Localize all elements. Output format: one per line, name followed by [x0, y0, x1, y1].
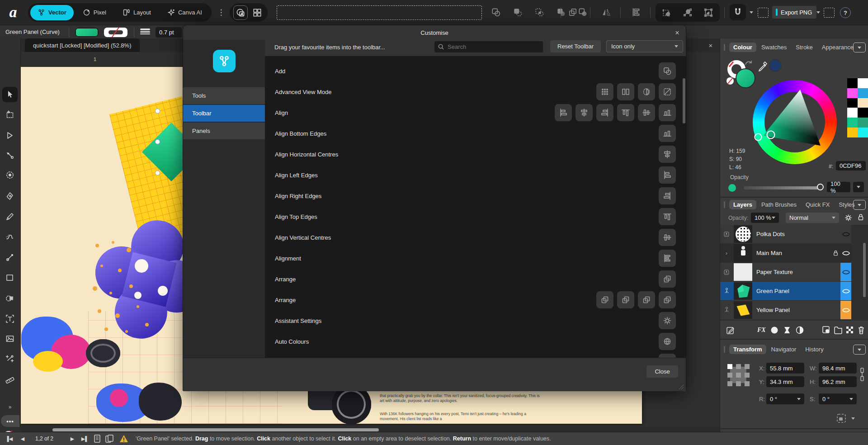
tab-colour[interactable]: Colour: [729, 43, 756, 52]
clip-to-canvas-icon[interactable]: [638, 83, 655, 100]
move-to-back-icon[interactable]: [596, 291, 613, 308]
first-page-button[interactable]: ▐◀: [5, 435, 14, 443]
align-centre-horizontal-icon[interactable]: [576, 104, 593, 121]
alignment-icon[interactable]: [629, 5, 643, 19]
swatch[interactable]: [847, 128, 858, 137]
artboard-tool[interactable]: [2, 107, 18, 123]
swatch[interactable]: [858, 118, 868, 128]
edit-all-layers-icon[interactable]: [726, 325, 736, 335]
swatch[interactable]: [847, 108, 858, 118]
align-top-icon[interactable]: [617, 104, 634, 121]
opacity-slider[interactable]: [744, 186, 821, 189]
export-png-button[interactable]: Export PNG: [772, 6, 816, 19]
align-bottom-icon[interactable]: [659, 125, 676, 142]
align-left-icon[interactable]: [659, 166, 676, 184]
enable-transform-origin-icon[interactable]: [702, 6, 715, 19]
snapping-button[interactable]: [730, 4, 746, 20]
tab-path-brushes[interactable]: Path Brushes: [757, 200, 801, 209]
expand-layer-icon[interactable]: ›: [720, 244, 733, 262]
new-pixel-layer-icon[interactable]: [821, 325, 831, 335]
stroke-style-icon[interactable]: [140, 28, 150, 36]
shape-builder-tool[interactable]: [2, 291, 18, 306]
arrange-icon[interactable]: [659, 270, 676, 288]
layer-thumbnail[interactable]: [734, 225, 752, 243]
swatch[interactable]: [847, 78, 858, 88]
mirror-icon[interactable]: [599, 5, 613, 19]
new-group-icon[interactable]: [833, 325, 843, 335]
cropped-icon[interactable]: [659, 354, 676, 358]
no-colour-well[interactable]: [726, 77, 734, 85]
dialog-scrollbar[interactable]: [683, 78, 685, 123]
h-scrollbar-thumb[interactable]: [52, 428, 379, 431]
live-filter-icon[interactable]: [795, 326, 804, 335]
contour-tool[interactable]: [2, 147, 18, 163]
h-field[interactable]: 96.2 mm: [819, 376, 857, 387]
list-item[interactable]: Align Top Edges: [265, 208, 687, 225]
dialog-close-icon[interactable]: ×: [672, 28, 682, 38]
align-right-icon[interactable]: [596, 104, 613, 121]
transform-panel-menu-icon[interactable]: [853, 345, 866, 355]
layer-thumbnail[interactable]: [734, 244, 752, 262]
visibility-toggle-visible[interactable]: [840, 301, 851, 319]
layer-row-main-man[interactable]: › Main Man: [720, 244, 851, 262]
assistant-warning-icon[interactable]: [119, 434, 128, 443]
swatch[interactable]: [847, 98, 858, 108]
close-button[interactable]: Close: [646, 365, 678, 378]
transform-mode-icon[interactable]: [836, 413, 847, 424]
stroke-swatch[interactable]: [104, 28, 127, 37]
dialog-tab-toolbar[interactable]: Toolbar: [183, 105, 265, 122]
facing-pages-view-icon[interactable]: [105, 434, 114, 444]
anchor-point-selector[interactable]: [726, 363, 750, 387]
move-backward-icon[interactable]: [617, 291, 634, 308]
layers-scrollbar[interactable]: [863, 243, 866, 297]
dialog-titlebar[interactable]: Customise: [183, 25, 686, 40]
list-item[interactable]: Arrange: [265, 291, 687, 308]
fill-stroke-widget[interactable]: [727, 60, 756, 89]
layer-thumbnail[interactable]: [734, 301, 752, 319]
dialog-search-box[interactable]: [434, 41, 543, 52]
layer-row-paper-texture[interactable]: Paper Texture: [720, 263, 851, 281]
pencil-tool[interactable]: [2, 209, 18, 224]
alignment-icon[interactable]: [659, 250, 676, 267]
reset-toolbar-button[interactable]: Reset Toolbar: [550, 40, 601, 52]
studio-presets-icon[interactable]: [250, 6, 264, 19]
export-dropdown-chevron[interactable]: [816, 11, 820, 14]
w-field[interactable]: 98.4 mm: [819, 363, 857, 374]
align-centre-vertical-icon[interactable]: [659, 229, 676, 246]
x-field[interactable]: 55.8 mm: [766, 363, 804, 374]
persona-tab-layout[interactable]: Layout: [115, 5, 158, 20]
swatch[interactable]: [858, 98, 868, 108]
dialog-tab-tools[interactable]: Tools: [183, 87, 265, 104]
boolean-add-icon[interactable]: [659, 62, 676, 80]
list-item[interactable]: Align Bottom Edges: [265, 125, 687, 142]
align-centre-horizontal-icon[interactable]: [659, 146, 676, 163]
list-item[interactable]: Add: [265, 62, 687, 80]
canvas-h-scrollbar[interactable]: [20, 427, 720, 432]
toolbar-drop-slot[interactable]: [758, 8, 769, 18]
fill-swatch[interactable]: [75, 28, 99, 37]
search-input[interactable]: [447, 43, 530, 51]
boolean-intersect-icon[interactable]: [533, 5, 546, 19]
visibility-toggle-hidden[interactable]: [840, 225, 851, 243]
vector-brush-tool[interactable]: [2, 229, 18, 244]
align-right-icon[interactable]: [659, 187, 676, 204]
align-centre-vertical-icon[interactable]: [638, 104, 655, 121]
list-item[interactable]: Alignment: [265, 250, 687, 267]
y-field[interactable]: 34.3 mm: [766, 376, 804, 387]
transform-objects-separately-icon[interactable]: [660, 6, 674, 19]
swatch[interactable]: [858, 128, 868, 137]
duplicate-stack-icon[interactable]: [566, 5, 580, 19]
list-item[interactable]: Align: [265, 104, 687, 121]
list-item[interactable]: Auto Colours: [265, 333, 687, 350]
resize-grip-icon[interactable]: [679, 384, 684, 390]
point-transform-tool[interactable]: [2, 351, 18, 366]
swatch[interactable]: [858, 108, 868, 118]
layer-thumbnail[interactable]: [734, 263, 752, 281]
cycle-selection-box-icon[interactable]: [681, 6, 694, 19]
pixel-grid-view-icon[interactable]: [596, 83, 613, 100]
tab-appearance[interactable]: Appearance: [818, 43, 858, 52]
shear-field[interactable]: 0 °: [819, 393, 857, 404]
mask-layer-icon[interactable]: [770, 326, 779, 335]
opacity-field[interactable]: 100 %: [827, 182, 850, 192]
boolean-add-icon[interactable]: [489, 5, 503, 19]
